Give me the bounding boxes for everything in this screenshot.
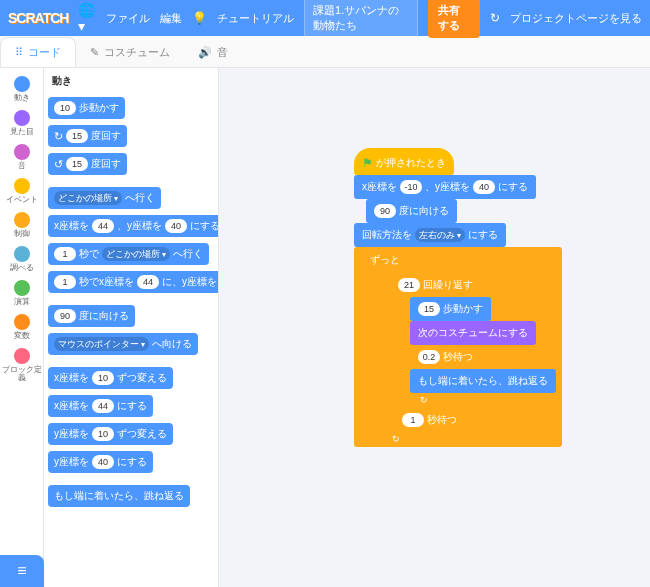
- category-7[interactable]: 変数: [14, 312, 30, 342]
- script-goto-xy[interactable]: x座標を-10、y座標を40にする: [354, 175, 536, 199]
- tab-code-label: コード: [28, 45, 61, 60]
- category-column: 動き見た目音イベント制御調べる演算変数ブロック定義: [0, 68, 44, 587]
- tab-sounds[interactable]: 🔊 音: [184, 38, 242, 67]
- category-label: イベント: [6, 196, 38, 204]
- category-2[interactable]: 音: [14, 142, 30, 172]
- block-glide-xy[interactable]: 1秒でx座標を44に、y座標を4: [48, 271, 219, 293]
- project-page-link[interactable]: プロジェクトページを見る: [510, 11, 642, 26]
- category-5[interactable]: 調べる: [10, 244, 34, 274]
- category-dot-icon: [14, 76, 30, 92]
- block-move-steps[interactable]: 10歩動かす: [48, 97, 125, 119]
- tutorials-link[interactable]: チュートリアル: [217, 11, 294, 26]
- script-wait1[interactable]: 0.2秒待つ: [410, 345, 481, 369]
- editor-tabs: ⠿ コード ✎ コスチューム 🔊 音: [0, 36, 650, 68]
- script-next-costume[interactable]: 次のコスチュームにする: [410, 321, 536, 345]
- script-bounce[interactable]: もし端に着いたら、跳ね返る: [410, 369, 556, 393]
- turn-ccw-icon: ↺: [54, 159, 63, 170]
- turn-cw-icon: ↻: [54, 131, 63, 142]
- tutorials-icon: 💡: [192, 11, 207, 25]
- block-repeat[interactable]: 21回繰り返す 15歩動かす 次のコスチュームにする 0.2秒待つ もし端に着い…: [382, 272, 559, 408]
- category-1[interactable]: 見た目: [10, 108, 34, 138]
- backpack-icon: ≡: [17, 562, 26, 580]
- block-change-x[interactable]: x座標を10ずつ変える: [48, 367, 173, 389]
- tab-costumes-label: コスチューム: [104, 45, 170, 60]
- top-menu-bar: SCRATCH 🌐▾ ファイル 編集 💡 チュートリアル 課題1.サバンナの動物…: [0, 0, 650, 36]
- project-title-input[interactable]: 課題1.サバンナの動物たち: [304, 0, 418, 38]
- block-change-y[interactable]: y座標を10ずつ変える: [48, 423, 173, 445]
- edit-menu[interactable]: 編集: [160, 11, 182, 26]
- tab-costumes[interactable]: ✎ コスチューム: [76, 38, 184, 67]
- block-forever[interactable]: ずっと 21回繰り返す 15歩動かす 次のコスチュームにする 0.2秒待つ もし…: [354, 247, 562, 447]
- block-set-x[interactable]: x座標を44にする: [48, 395, 153, 417]
- category-6[interactable]: 演算: [14, 278, 30, 308]
- backpack-toggle[interactable]: ≡: [0, 555, 44, 587]
- category-0[interactable]: 動き: [14, 74, 30, 104]
- category-dot-icon: [14, 314, 30, 330]
- category-label: ブロック定義: [0, 366, 43, 382]
- block-point-towards[interactable]: マウスのポインター▾へ向ける: [48, 333, 198, 355]
- category-dot-icon: [14, 348, 30, 364]
- block-turn-ccw[interactable]: ↺15度回す: [48, 153, 127, 175]
- category-dot-icon: [14, 280, 30, 296]
- category-label: 動き: [14, 94, 30, 102]
- code-icon: ⠿: [15, 46, 23, 59]
- block-palette: 動き 10歩動かす ↻15度回す ↺15度回す どこかの場所▾へ行く x座標を4…: [44, 68, 219, 587]
- category-label: 調べる: [10, 264, 34, 272]
- forever-end-icon: ↻: [364, 434, 404, 444]
- costumes-icon: ✎: [90, 46, 99, 59]
- category-label: 演算: [14, 298, 30, 306]
- tab-sounds-label: 音: [217, 45, 228, 60]
- block-goto-xy[interactable]: x座標を44、y座標を40にする: [48, 215, 219, 237]
- category-label: 制御: [14, 230, 30, 238]
- category-label: 変数: [14, 332, 30, 340]
- script-point-dir[interactable]: 90度に向ける: [366, 199, 457, 223]
- script-rotation-style[interactable]: 回転方法を左右のみ▾にする: [354, 223, 506, 247]
- block-goto[interactable]: どこかの場所▾へ行く: [48, 187, 161, 209]
- script-wait2[interactable]: 1秒待つ: [394, 408, 465, 432]
- category-dot-icon: [14, 178, 30, 194]
- tab-code[interactable]: ⠿ コード: [0, 37, 76, 67]
- green-flag-icon: ⚑: [362, 156, 373, 170]
- block-glide-to[interactable]: 1秒でどこかの場所▾へ行く: [48, 243, 209, 265]
- category-dot-icon: [14, 110, 30, 126]
- category-label: 見た目: [10, 128, 34, 136]
- block-turn-cw[interactable]: ↻15度回す: [48, 125, 127, 147]
- category-label: 音: [18, 162, 26, 170]
- block-when-flag-clicked[interactable]: ⚑が押されたとき: [354, 148, 454, 175]
- language-icon[interactable]: 🌐▾: [78, 2, 96, 34]
- category-dot-icon: [14, 246, 30, 262]
- script-workspace[interactable]: ⚑が押されたとき x座標を-10、y座標を40にする 90度に向ける 回転方法を…: [219, 68, 650, 587]
- category-8[interactable]: ブロック定義: [0, 346, 43, 384]
- sounds-icon: 🔊: [198, 46, 212, 59]
- script-move-steps[interactable]: 15歩動かす: [410, 297, 491, 321]
- repeat-end-icon: ↻: [392, 395, 432, 405]
- block-set-y[interactable]: y座標を40にする: [48, 451, 153, 473]
- block-bounce-edge[interactable]: もし端に着いたら、跳ね返る: [48, 485, 190, 507]
- category-dot-icon: [14, 144, 30, 160]
- category-dot-icon: [14, 212, 30, 228]
- share-button[interactable]: 共有する: [428, 0, 480, 38]
- scratch-logo[interactable]: SCRATCH: [8, 10, 68, 26]
- file-menu[interactable]: ファイル: [106, 11, 150, 26]
- block-point-dir[interactable]: 90度に向ける: [48, 305, 135, 327]
- reload-icon[interactable]: ↻: [490, 11, 500, 25]
- category-3[interactable]: イベント: [6, 176, 38, 206]
- script-stack[interactable]: ⚑が押されたとき x座標を-10、y座標を40にする 90度に向ける 回転方法を…: [354, 148, 562, 447]
- palette-header: 動き: [48, 74, 214, 88]
- category-4[interactable]: 制御: [14, 210, 30, 240]
